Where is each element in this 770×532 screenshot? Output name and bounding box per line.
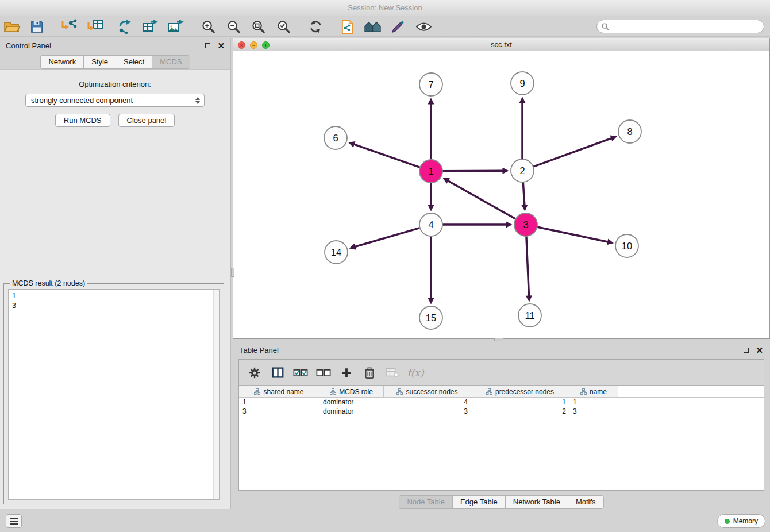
tab-network[interactable]: Network bbox=[40, 55, 83, 69]
graph-edge-1-6[interactable] bbox=[354, 144, 419, 167]
search-input[interactable] bbox=[611, 22, 759, 30]
graph-edge-1-2[interactable] bbox=[443, 171, 503, 171]
graph-node-8[interactable]: 8 bbox=[618, 120, 641, 143]
optimization-criterion-select[interactable]: strongly connected component bbox=[25, 94, 205, 107]
column-header-predecessor-nodes[interactable]: predecessor nodes bbox=[471, 386, 569, 397]
graph-node-2[interactable]: 2 bbox=[511, 159, 534, 182]
graph-node-3[interactable]: 3 bbox=[514, 213, 537, 236]
graph-node-1[interactable]: 1 bbox=[419, 160, 442, 183]
close-panel-button[interactable]: Close panel bbox=[118, 114, 175, 127]
export-network-icon bbox=[117, 18, 134, 34]
graph-node-11[interactable]: 11 bbox=[518, 304, 541, 327]
network-canvas[interactable]: 7968124314101511 bbox=[233, 51, 769, 338]
checked-boxes-icon bbox=[293, 368, 308, 377]
table-body: 1dominator4113dominator323 bbox=[239, 398, 764, 416]
column-header-shared-name[interactable]: shared name bbox=[239, 386, 319, 397]
trash-icon bbox=[364, 367, 375, 379]
zoom-out-button[interactable] bbox=[224, 18, 243, 35]
svg-text:2: 2 bbox=[519, 165, 525, 176]
network-window-titlebar: × − + scc.txt bbox=[233, 38, 769, 51]
vertical-splitter-handle[interactable] bbox=[231, 268, 234, 277]
graph-node-7[interactable]: 7 bbox=[419, 73, 442, 96]
float-panel-icon[interactable] bbox=[205, 43, 210, 48]
zoom-fit-icon bbox=[251, 20, 265, 34]
column-header-MCDS-role[interactable]: MCDS role bbox=[319, 386, 384, 397]
window-maximize-button[interactable]: + bbox=[262, 41, 270, 49]
split-column-button[interactable] bbox=[269, 364, 286, 381]
import-network-icon bbox=[60, 18, 77, 34]
result-scrollbar[interactable] bbox=[213, 290, 219, 499]
column-header-successor-nodes[interactable]: successor nodes bbox=[384, 386, 471, 397]
horizontal-splitter-handle[interactable] bbox=[494, 338, 503, 341]
tab-style[interactable]: Style bbox=[83, 55, 116, 69]
graph-edge-3-1[interactable] bbox=[448, 181, 515, 219]
control-panel-title: Control Panel bbox=[6, 41, 51, 50]
tab-network-table[interactable]: Network Table bbox=[505, 495, 568, 509]
table-row[interactable]: 1dominator411 bbox=[239, 398, 764, 407]
panel-menu-button[interactable] bbox=[6, 514, 22, 528]
select-all-columns-button[interactable] bbox=[292, 364, 309, 381]
table-row[interactable]: 3dominator323 bbox=[239, 407, 764, 416]
table-settings-button[interactable] bbox=[246, 364, 263, 381]
zoom-selected-button[interactable] bbox=[274, 18, 293, 35]
search-box[interactable] bbox=[596, 20, 764, 33]
network-graph: 7968124314101511 bbox=[233, 51, 769, 338]
mcds-result-text[interactable]: 1 3 bbox=[8, 289, 220, 500]
graph-node-10[interactable]: 10 bbox=[615, 234, 638, 257]
tab-edge-table[interactable]: Edge Table bbox=[452, 495, 505, 509]
save-session-button[interactable] bbox=[27, 18, 47, 35]
column-header-name[interactable]: name bbox=[569, 386, 618, 397]
graph-edge-3-10[interactable] bbox=[538, 227, 608, 242]
graph-edge-2-3[interactable] bbox=[523, 183, 524, 205]
pen-button[interactable] bbox=[388, 18, 407, 35]
memory-status-icon bbox=[725, 519, 730, 524]
graph-edge-3-11[interactable] bbox=[526, 237, 529, 296]
tab-node-table[interactable]: Node Table bbox=[399, 495, 452, 509]
memory-button[interactable]: Memory bbox=[717, 514, 765, 528]
import-network-button[interactable] bbox=[59, 18, 78, 35]
import-table-button[interactable] bbox=[85, 18, 105, 35]
document-share-button[interactable] bbox=[337, 18, 357, 35]
mcds-result-title: MCDS result (2 nodes) bbox=[10, 279, 87, 287]
refresh-button[interactable] bbox=[306, 18, 325, 35]
graph-node-15[interactable]: 15 bbox=[419, 306, 442, 329]
graph-edge-2-8[interactable] bbox=[534, 138, 611, 167]
houses-button[interactable] bbox=[363, 18, 382, 35]
open-folder-icon bbox=[3, 19, 21, 34]
export-image-button[interactable] bbox=[165, 18, 185, 35]
svg-text:9: 9 bbox=[519, 78, 525, 88]
add-column-button[interactable] bbox=[338, 364, 355, 381]
table-panel: Table Panel ✕ bbox=[233, 343, 770, 511]
tab-select[interactable]: Select bbox=[116, 55, 152, 69]
export-table-button[interactable] bbox=[140, 18, 160, 35]
window-close-button[interactable]: × bbox=[238, 41, 245, 49]
close-table-panel-icon[interactable]: ✕ bbox=[756, 348, 763, 353]
table-cell: 1 bbox=[239, 398, 319, 407]
zoom-selected-icon bbox=[276, 20, 291, 34]
plus-icon bbox=[341, 367, 352, 379]
function-builder-button[interactable]: f(x) bbox=[407, 364, 424, 381]
run-mcds-button[interactable]: Run MCDS bbox=[55, 114, 110, 127]
graph-node-6[interactable]: 6 bbox=[324, 126, 347, 149]
table-header-row: shared nameMCDS rolesuccessor nodesprede… bbox=[239, 386, 764, 398]
delete-column-button[interactable] bbox=[361, 364, 378, 381]
window-minimize-button[interactable]: − bbox=[250, 41, 257, 49]
graph-node-4[interactable]: 4 bbox=[419, 213, 442, 236]
zoom-in-button[interactable] bbox=[198, 18, 218, 35]
tab-mcds[interactable]: MCDS bbox=[152, 55, 190, 69]
open-session-button[interactable] bbox=[2, 18, 22, 35]
graph-edge-4-14[interactable] bbox=[355, 228, 419, 247]
table-toolbar: f(x) bbox=[239, 360, 764, 386]
export-network-button[interactable] bbox=[116, 18, 135, 35]
float-table-panel-icon[interactable] bbox=[744, 348, 749, 353]
tab-motifs[interactable]: Motifs bbox=[568, 495, 604, 509]
zoom-fit-button[interactable] bbox=[248, 18, 268, 35]
eye-button[interactable] bbox=[414, 18, 433, 35]
deselect-all-columns-button[interactable] bbox=[315, 364, 332, 381]
mcds-panel-body: Optimization criterion: strongly connect… bbox=[0, 69, 230, 509]
graph-node-9[interactable]: 9 bbox=[511, 72, 534, 95]
graph-node-14[interactable]: 14 bbox=[325, 241, 348, 264]
close-control-panel-icon[interactable]: ✕ bbox=[217, 43, 225, 48]
delete-table-button[interactable] bbox=[384, 364, 401, 381]
node-table-container: f(x) shared nameMCDS rolesuccessor nodes… bbox=[238, 359, 764, 491]
